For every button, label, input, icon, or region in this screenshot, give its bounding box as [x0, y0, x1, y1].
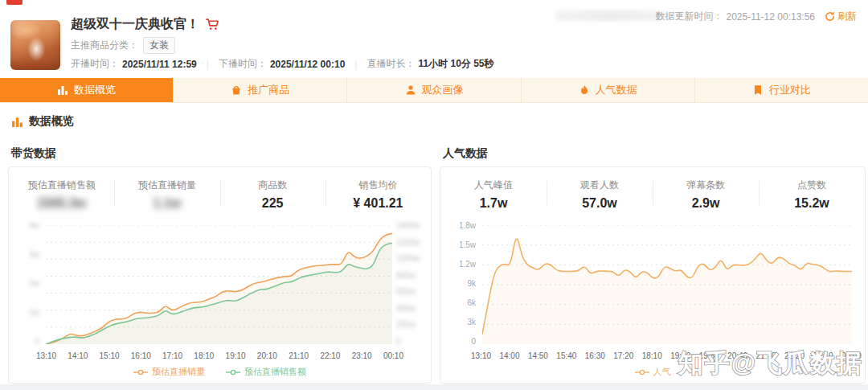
stat-peak-popularity: 人气峰值 1.7w — [440, 167, 547, 217]
divider: | — [354, 59, 357, 70]
industry-icon — [752, 84, 764, 96]
stat-est-sales-volume: 预估直播销量 1.1w — [114, 167, 219, 217]
stat-label: 预估直播销售额 — [9, 179, 114, 192]
popularity-trend-chart: 1.8w1.5w1.2w9k6k3k0 13:1014:0014:5015:40… — [440, 217, 865, 383]
axis-tick-label: 15:40 — [556, 351, 576, 360]
stat-label: 人气峰值 — [440, 179, 547, 192]
stat-label: 观看人数 — [547, 179, 653, 192]
bottom-strip — [0, 384, 868, 390]
legend-marker-icon — [133, 369, 148, 376]
axis-tick-label: 4w — [14, 222, 39, 230]
stat-label: 商品数 — [220, 179, 326, 192]
axis-tick-label: 21:30 — [756, 351, 776, 360]
axis-tick-label: 800w — [396, 272, 427, 280]
legend-marker-icon — [226, 369, 240, 376]
y-axis-right-blurred: 1400w1200w1000w800w600w400w200w0 — [396, 222, 427, 346]
axis-tick-label: 22:10 — [320, 351, 340, 360]
main-tabbar: 数据概览 推广商品 观众画像 人气数据 行业对比 — [0, 78, 868, 103]
axis-tick-label: 14:50 — [528, 351, 548, 360]
cart-icon — [206, 18, 219, 31]
sales-chart-plot[interactable] — [46, 225, 392, 344]
tab-label: 观众画像 — [422, 83, 464, 97]
tab-label: 数据概览 — [74, 83, 116, 97]
tab-promoted-products[interactable]: 推广商品 — [174, 78, 347, 102]
category-label: 主推商品分类： — [71, 39, 138, 52]
axis-tick-label: 14:00 — [499, 351, 519, 360]
stat-value: 2.9w — [653, 196, 759, 211]
axis-tick-label: 17:10 — [162, 351, 182, 360]
x-axis-labels: 13:1014:0014:5015:4016:3017:2018:1019:00… — [471, 351, 862, 360]
y-axis-labels: 1.8w1.5w1.2w9k6k3k0 — [452, 222, 476, 346]
axis-tick-label: 17:20 — [613, 351, 633, 360]
stat-value-blurred: 1.1w — [114, 196, 219, 211]
axis-tick-label: 18:10 — [194, 351, 214, 360]
section-title: 数据概览 — [29, 114, 74, 129]
update-time-value: 2025-11-12 00:13:56 — [726, 11, 815, 23]
stat-value: 15.2w — [759, 196, 865, 211]
refresh-icon — [825, 11, 835, 22]
stat-label: 点赞数 — [759, 179, 865, 192]
axis-tick-label: 21:10 — [289, 351, 309, 360]
popularity-chart-legend: 人气 — [440, 366, 865, 378]
stat-value: 1.7w — [440, 196, 547, 211]
bar-chart-icon — [57, 84, 68, 96]
axis-tick-label: 1000w — [396, 255, 427, 263]
tab-popularity-data[interactable]: 人气数据 — [522, 78, 695, 102]
tab-industry-compare[interactable]: 行业对比 — [695, 78, 868, 102]
axis-tick-label: 20:10 — [257, 351, 277, 360]
stat-label: 预估直播销量 — [114, 179, 219, 192]
start-time-label: 开播时间： — [71, 57, 119, 71]
axis-tick-label: 16:10 — [131, 351, 151, 360]
sales-trend-chart: 4w3w2w1w0 1400w1200w1000w800w600w400w200… — [9, 217, 431, 383]
stat-value: ¥ 401.21 — [326, 196, 431, 211]
basket-icon — [231, 84, 242, 96]
axis-tick-label: 600w — [396, 288, 427, 296]
legend-item-popularity[interactable]: 人气 — [635, 366, 671, 378]
duration-label: 直播时长： — [366, 57, 415, 71]
refresh-button[interactable]: 刷新 — [825, 10, 857, 23]
legend-label: 人气 — [653, 366, 671, 378]
stat-value: 225 — [220, 196, 326, 211]
axis-tick-label: 19:10 — [226, 351, 246, 360]
divider: | — [207, 59, 209, 70]
duration-value: 11小时 10分 55秒 — [418, 57, 493, 71]
axis-tick-label: 19:50 — [699, 351, 719, 360]
tab-audience-portrait[interactable]: 观众画像 — [347, 78, 521, 102]
stat-label: 销售均价 — [326, 179, 431, 192]
blurred-account-info — [555, 10, 665, 21]
axis-tick-label: 3k — [452, 318, 476, 326]
axis-tick-label: 1.5w — [452, 241, 476, 249]
sales-chart-legend: 预估直播销量 预估直播销售额 — [9, 366, 431, 378]
axis-tick-label: 0 — [14, 338, 39, 346]
axis-tick-label: 13:10 — [471, 351, 491, 360]
live-cover-thumbnail[interactable] — [10, 20, 60, 70]
tab-data-overview[interactable]: 数据概览 — [0, 78, 174, 102]
x-axis-labels: 13:1014:1015:1016:1017:1018:1019:1020:10… — [36, 351, 403, 360]
update-time-label: 数据更新时间： — [655, 10, 723, 23]
stat-label: 弹幕条数 — [653, 179, 759, 192]
legend-item-sales-amount[interactable]: 预估直播销售额 — [226, 366, 306, 378]
legend-marker-icon — [635, 369, 649, 376]
axis-tick-label: 00:00 — [841, 351, 862, 360]
axis-tick-label: 200w — [396, 321, 427, 329]
axis-tick-label: 13:10 — [36, 351, 56, 360]
flame-icon — [579, 84, 590, 96]
page-title: 超级双十一庆典收官！ — [71, 16, 199, 33]
axis-tick-label: 23:10 — [352, 351, 372, 360]
axis-tick-label: 23:10 — [813, 351, 833, 360]
axis-tick-label: 15:10 — [100, 351, 120, 360]
axis-tick-label: 1400w — [396, 222, 427, 230]
axis-tick-label: 1.2w — [452, 261, 476, 269]
tab-label: 行业对比 — [769, 83, 811, 97]
popularity-stats-row: 人气峰值 1.7w 观看人数 57.0w 弹幕条数 2.9w 点赞数 15.2w — [440, 167, 865, 217]
live-meta: 开播时间：2025/11/11 12:59 | 下播时间：2025/11/12 … — [71, 57, 494, 71]
axis-tick-label: 20:40 — [727, 351, 747, 360]
category-badge: 女装 — [143, 37, 175, 54]
start-time-value: 2025/11/11 12:59 — [122, 59, 197, 70]
stat-product-count: 商品数 225 — [220, 167, 326, 217]
legend-item-sales-volume[interactable]: 预估直播销量 — [133, 366, 205, 378]
axis-tick-label: 18:10 — [642, 351, 662, 360]
popularity-chart-plot[interactable] — [482, 225, 852, 344]
axis-tick-label: 9k — [452, 280, 476, 288]
sales-stats-row: 预估直播销售额 1565.3w 预估直播销量 1.1w 商品数 225 销售均价… — [9, 167, 431, 217]
